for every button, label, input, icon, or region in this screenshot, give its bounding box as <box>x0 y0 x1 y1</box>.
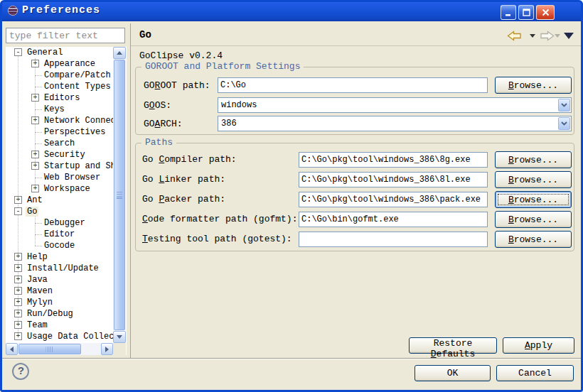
tree-connector <box>35 87 42 87</box>
collapse-icon[interactable]: - <box>14 207 22 215</box>
tree-item-label: Gocode <box>43 241 76 251</box>
minimize-button[interactable] <box>501 5 516 20</box>
dropdown-button[interactable] <box>558 99 570 111</box>
titlebar[interactable]: Preferences <box>0 0 583 21</box>
tree-item-web-browser[interactable]: Web Browser <box>6 172 113 183</box>
tree-item-perspectives[interactable]: Perspectives <box>6 126 113 138</box>
tree-item-label: Mylyn <box>26 298 54 307</box>
browse-testing-button[interactable]: Browse... <box>495 231 572 248</box>
browse-compiler-button[interactable]: Browse... <box>495 151 572 168</box>
expand-icon[interactable]: + <box>31 94 39 102</box>
tree-item-go[interactable]: -Go <box>6 206 113 217</box>
tree-item-compare-patch[interactable]: Compare/Patch <box>6 70 113 81</box>
ok-button[interactable]: OK <box>414 365 491 381</box>
go-packer-path-input[interactable] <box>299 192 488 207</box>
tree-item-usage-data-collect[interactable]: +Usage Data Collect <box>6 331 113 342</box>
tree-item-workspace[interactable]: +Workspace <box>6 183 113 195</box>
forward-icon[interactable] <box>540 31 555 41</box>
tree-item-search[interactable]: Search <box>6 138 113 149</box>
vertical-scroll-thumb[interactable] <box>114 60 125 330</box>
expand-icon[interactable]: + <box>14 310 22 317</box>
close-button[interactable] <box>536 5 555 20</box>
expand-icon[interactable]: + <box>14 196 22 204</box>
expand-icon[interactable]: + <box>14 264 22 272</box>
back-menu-icon[interactable] <box>530 34 535 38</box>
tree-item-security[interactable]: +Security <box>6 149 113 160</box>
browse-linker-button[interactable]: Browse... <box>495 171 572 188</box>
dropdown-button[interactable] <box>558 117 570 130</box>
expand-icon[interactable]: + <box>14 276 22 283</box>
tree-horizontal-scrollbar[interactable] <box>6 343 113 355</box>
tree-item-label: Install/Update <box>26 263 100 273</box>
close-icon <box>542 9 550 16</box>
tree-item-label: Editor <box>43 229 76 239</box>
tree-item-appearance[interactable]: +Appearance <box>6 58 113 70</box>
tree-item-editor[interactable]: Editor <box>6 229 113 240</box>
help-button[interactable]: ? <box>12 363 29 380</box>
tree-connector <box>35 143 42 144</box>
tree-item-label: Java <box>26 275 49 285</box>
go-linker-path-input[interactable] <box>299 172 488 187</box>
goroot-path-input[interactable] <box>218 77 488 93</box>
browse-packer-button[interactable]: Browse... <box>495 191 572 208</box>
tree-item-label: Content Types <box>43 82 112 92</box>
code-formatter-path-input[interactable] <box>299 212 488 227</box>
filter-input[interactable] <box>6 28 125 43</box>
browse-formatter-button[interactable]: Browse... <box>495 211 572 228</box>
expand-icon[interactable]: + <box>31 60 39 67</box>
tree-item-label: Perspectives <box>43 127 107 137</box>
testing-tool-path-input[interactable] <box>299 232 488 247</box>
apply-button[interactable]: Apply <box>503 337 574 354</box>
goarch-select[interactable]: 386 <box>218 116 572 131</box>
maximize-button[interactable] <box>518 5 534 20</box>
tree-item-label: Debugger <box>43 218 87 228</box>
scroll-up-button[interactable] <box>113 47 126 59</box>
maximize-icon <box>523 9 530 16</box>
tree-item-startup-and-shu[interactable]: +Startup and Shu <box>6 160 113 172</box>
tree-vertical-scrollbar[interactable] <box>113 47 126 343</box>
expand-icon[interactable]: + <box>31 162 39 170</box>
tree-item-network-connect[interactable]: +Network Connect <box>6 115 113 126</box>
tree-item-label: Keys <box>43 104 66 114</box>
tree-item-run-debug[interactable]: +Run/Debug <box>6 308 113 320</box>
tree-item-debugger[interactable]: Debugger <box>6 217 113 229</box>
tree-item-content-types[interactable]: Content Types <box>6 81 113 92</box>
tree-item-gocode[interactable]: Gocode <box>6 240 113 251</box>
tree-item-team[interactable]: +Team <box>6 320 113 331</box>
forward-menu-icon[interactable] <box>555 34 560 38</box>
tree-item-editors[interactable]: +Editors <box>6 92 113 104</box>
cancel-button[interactable]: Cancel <box>496 365 574 381</box>
go-packer-path-label: Go Packer path: <box>142 194 225 205</box>
view-menu-icon[interactable] <box>564 33 574 39</box>
browse-goroot-button[interactable]: Browse... <box>495 77 572 94</box>
goos-select[interactable]: windows <box>218 97 572 113</box>
scroll-down-button[interactable] <box>113 331 126 343</box>
expand-icon[interactable]: + <box>14 253 22 261</box>
window-title: Preferences <box>22 0 100 21</box>
expand-icon[interactable]: + <box>14 321 22 329</box>
expand-icon[interactable]: + <box>31 151 39 158</box>
tree-item-general[interactable]: -General <box>6 47 113 58</box>
collapse-icon[interactable]: - <box>14 48 22 56</box>
tree-item-install-update[interactable]: +Install/Update <box>6 263 113 274</box>
expand-icon[interactable]: + <box>31 116 39 124</box>
tree-item-ant[interactable]: +Ant <box>6 195 113 206</box>
expand-icon[interactable]: + <box>14 332 22 340</box>
expand-icon[interactable]: + <box>31 185 39 192</box>
restore-defaults-button[interactable]: Restore Defaults <box>409 337 497 354</box>
tree-item-keys[interactable]: Keys <box>6 104 113 115</box>
expand-icon[interactable]: + <box>14 287 22 295</box>
tree-item-java[interactable]: +Java <box>6 274 113 285</box>
horizontal-scroll-thumb[interactable] <box>18 344 81 354</box>
tree-item-mylyn[interactable]: +Mylyn <box>6 297 113 308</box>
back-icon[interactable] <box>507 31 522 41</box>
scroll-right-button[interactable] <box>101 343 113 355</box>
tree-item-maven[interactable]: +Maven <box>6 285 113 297</box>
expand-icon[interactable]: + <box>14 298 22 306</box>
tree-item-label: Maven <box>26 286 54 296</box>
scroll-left-button[interactable] <box>6 343 18 355</box>
tree-item-help[interactable]: +Help <box>6 251 113 263</box>
go-compiler-path-input[interactable] <box>299 152 488 168</box>
minimize-icon <box>505 9 513 16</box>
preferences-tree[interactable]: -General+AppearanceCompare/PatchContent … <box>6 47 113 343</box>
